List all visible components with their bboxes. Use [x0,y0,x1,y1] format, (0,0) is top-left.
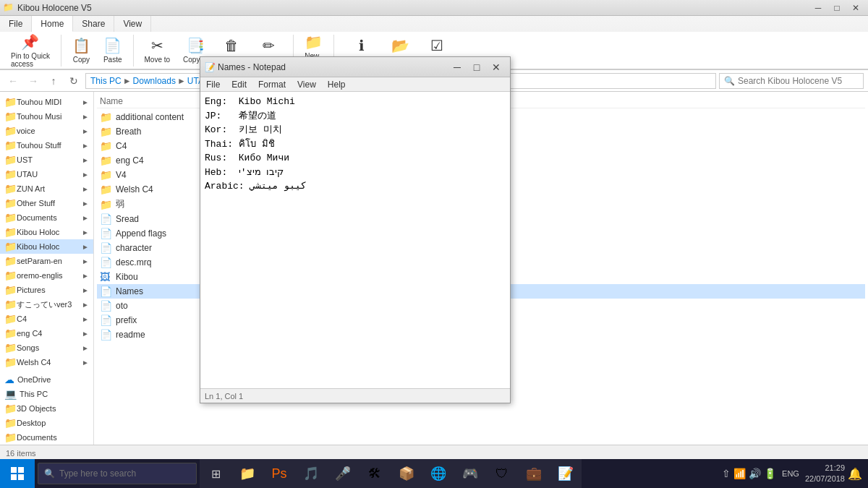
tool-icon: 🛠 [368,466,381,481]
sidebar-item-desktop[interactable]: 📁 Desktop [0,416,93,430]
sidebar-item-zun-art[interactable]: 📁 ZUN Art ► [0,181,93,196]
taskbar-search-input[interactable] [59,468,175,479]
notepad-menu-format[interactable]: Format [252,77,292,91]
arrow-icon: ► [82,344,89,352]
cloud-icon: ☁ [4,374,14,385]
network-icon[interactable]: 📶 [733,468,746,479]
refresh-button[interactable]: ↻ [65,72,82,90]
tab-file[interactable]: File [0,16,32,32]
sidebar-item-songs[interactable]: 📁 Songs ► [0,341,93,355]
tab-home[interactable]: Home [32,16,73,32]
sidebar-item-c4[interactable]: 📁 C4 ► [0,312,93,326]
time-text: 21:29 [805,463,845,474]
pin-icon: 📌 [21,33,39,51]
folder-icon: 📁 [4,299,17,310]
up-button[interactable]: ↑ [45,72,62,90]
search-input[interactable] [738,76,846,86]
sidebar-item-ust[interactable]: 📁 UST ► [0,153,93,167]
forward-button[interactable]: → [25,72,42,90]
adobe-taskbar-button[interactable]: Ps [263,459,295,488]
utau-icon: 🎤 [335,466,351,481]
notepad-cursor-position: Ln 1, Col 1 [205,392,243,401]
sidebar-item-documents2[interactable]: 📁 Documents [0,430,93,445]
sidebar-item-utau[interactable]: 📁 UTAU ► [0,167,93,181]
folder-icon: 📁 [100,184,111,195]
back-button[interactable]: ← [4,72,22,90]
folder-icon: 📁 [100,169,111,181]
close-button[interactable]: ✕ [846,1,865,15]
file-icon: 📄 [100,242,111,254]
briefcase-taskbar-button[interactable]: 💼 [518,459,550,488]
sidebar-item-oremo[interactable]: 📁 oremo-englis ► [0,268,93,283]
svg-rect-3 [18,474,24,480]
music-taskbar-button[interactable]: 🎵 [295,459,327,488]
sidebar-item-thispc[interactable]: 💻 This PC [0,387,93,401]
pin-button[interactable]: 📌 Pin to Quickaccess [6,31,55,70]
game-taskbar-button[interactable]: 🎮 [454,459,486,488]
taskbar-search-bar[interactable]: 🔍 [38,463,197,484]
folder-icon: 📁 [4,328,17,339]
move-button[interactable]: ✂ Move to [140,35,176,66]
sidebar-item-sukotte[interactable]: 📁 すこっていver3 ► [0,297,93,312]
notepad-minimize-button[interactable]: ─ [448,59,467,75]
battery-icon[interactable]: 🔋 [764,468,776,479]
tab-view[interactable]: View [114,16,151,32]
sidebar-item-touhou-midi[interactable]: 📁 Touhou MIDI ► [0,95,93,109]
sidebar-item-touhou-musi[interactable]: 📁 Touhou Musi ► [0,109,93,124]
breadcrumb-thispc[interactable]: This PC [90,76,122,86]
chrome-taskbar-button[interactable]: 🌐 [422,459,454,488]
chevron-up-icon[interactable]: ⇧ [722,468,731,479]
notepad-menu-edit[interactable]: Edit [226,77,252,91]
start-button[interactable] [0,459,35,488]
minimize-button[interactable]: ─ [809,1,827,15]
task-view-button[interactable]: ⊞ [200,459,231,488]
sidebar-item-touhou-stuff[interactable]: 📁 Touhou Stuff ► [0,138,93,153]
tab-share[interactable]: Share [73,16,114,32]
arrow-icon: ► [82,272,89,280]
shield-taskbar-button[interactable]: 🛡 [486,459,518,488]
folder-icon: 📁 [100,155,111,166]
sidebar-item-engc4[interactable]: 📁 eng C4 ► [0,326,93,341]
sidebar-item-welshc4[interactable]: 📁 Welsh C4 ► [0,355,93,369]
sidebar-item-3dobjects[interactable]: 📁 3D Objects [0,401,93,416]
language-indicator[interactable]: ENG [779,469,802,478]
sidebar-item-onedrive[interactable]: ☁ OneDrive [0,372,93,387]
package-taskbar-button[interactable]: 📦 [391,459,422,488]
sidebar-item-kibou2[interactable]: 📁 Kibou Holoc ► [0,239,93,254]
file-explorer-taskbar-button[interactable]: 📁 [231,459,263,488]
notepad-window-controls: ─ □ ✕ [448,59,506,75]
notepad-menu-view[interactable]: View [292,77,322,91]
windows-logo-icon [10,466,25,481]
search-bar[interactable]: 🔍 [719,73,864,89]
notepad-close-button[interactable]: ✕ [487,59,506,75]
tool-taskbar-button[interactable]: 🛠 [359,459,391,488]
file-explorer-taskbar-icon: 📁 [239,466,255,481]
folder-icon: 📁 [4,183,17,194]
sidebar-item-documents[interactable]: 📁 Documents ► [0,210,93,225]
notepad-maximize-button[interactable]: □ [467,59,486,75]
notepad-menu-help[interactable]: Help [322,77,352,91]
sidebar-item-kibou1[interactable]: 📁 Kibou Holoc ► [0,225,93,239]
paste-button[interactable]: 📄 Paste [98,35,127,66]
notepad-text-editor[interactable]: Eng: Kibo Michi JP: 希望の道 Kor: 키보 미치 Thai… [200,92,510,388]
sidebar-item-voice[interactable]: 📁 voice ► [0,124,93,138]
arrow-icon: ► [82,301,89,309]
notepad-content-area: Eng: Kibo Michi JP: 希望の道 Kor: 키보 미치 Thai… [200,92,510,388]
breadcrumb-downloads[interactable]: Downloads [133,76,176,86]
arrow-icon: ► [82,228,89,236]
notepad-menu-file[interactable]: File [200,77,226,91]
sidebar-item-pictures[interactable]: 📁 Pictures ► [0,283,93,297]
arrow-icon: ► [82,330,89,338]
volume-icon[interactable]: 🔊 [749,468,761,479]
date-text: 22/07/2018 [805,474,845,484]
utau-taskbar-button[interactable]: 🎤 [327,459,359,488]
sidebar-item-setparam[interactable]: 📁 setParam-en ► [0,254,93,268]
copy-button[interactable]: 📋 Copy [67,35,95,66]
clock-display[interactable]: 21:29 22/07/2018 [805,463,845,485]
notepad-taskbar-button[interactable]: 📝 [550,459,582,488]
arrow-icon: ► [82,156,89,164]
sidebar-item-other-stuff[interactable]: 📁 Other Stuff ► [0,196,93,210]
maximize-button[interactable]: □ [827,1,846,15]
notification-icon[interactable]: 🔔 [848,467,862,481]
arrow-icon: ► [82,286,89,294]
